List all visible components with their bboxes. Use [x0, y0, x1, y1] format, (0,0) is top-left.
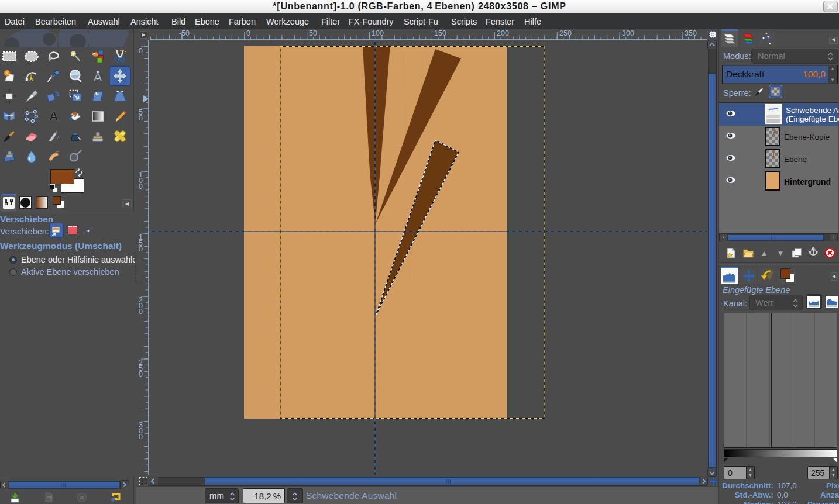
svg-text:A: A [49, 109, 59, 123]
